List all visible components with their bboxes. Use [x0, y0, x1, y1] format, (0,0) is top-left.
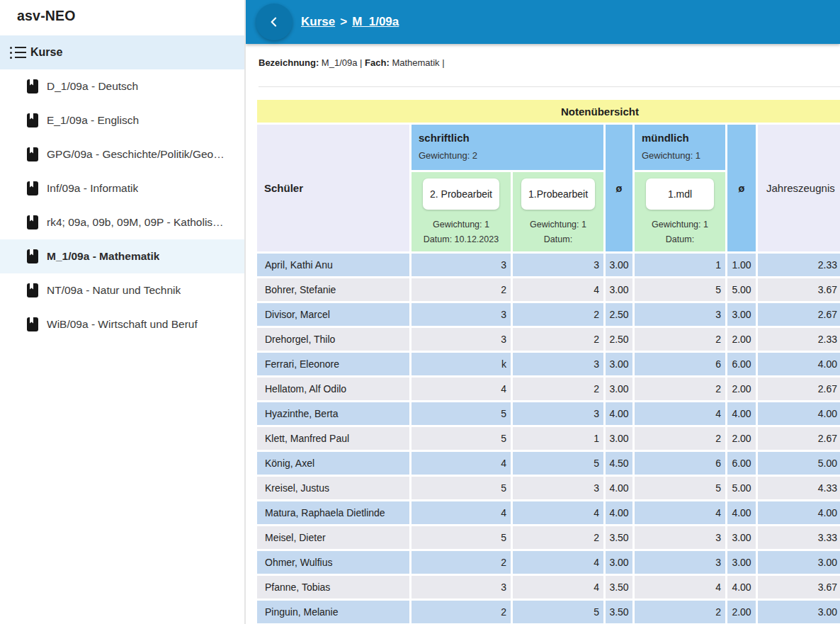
sidebar-course-item[interactable]: Inf/09a - Informatik: [0, 171, 244, 205]
jahreszeugnis-cell[interactable]: 3.33: [758, 526, 840, 549]
student-name-cell[interactable]: Klett, Manfred Paul: [257, 427, 409, 450]
grade-cell-pa2[interactable]: 3: [412, 576, 511, 599]
jahreszeugnis-cell[interactable]: 2.33: [758, 254, 840, 276]
grade-cell-pa1[interactable]: 3: [513, 254, 603, 276]
grade-cell-pa1[interactable]: 5: [513, 452, 603, 475]
sidebar-course-item[interactable]: NT/09a - Natur und Technik: [0, 273, 244, 307]
grade-cell-mdl[interactable]: 2: [635, 427, 725, 450]
grade-cell-pa1[interactable]: 2: [513, 303, 603, 326]
grade-cell-pa2[interactable]: k: [412, 353, 511, 375]
jahreszeugnis-cell[interactable]: 3.67: [758, 278, 840, 301]
grade-cell-pa2[interactable]: 5: [412, 477, 511, 499]
avg-muendlich-cell[interactable]: 4.00: [727, 501, 756, 524]
grade-cell-pa2[interactable]: 3: [412, 303, 511, 326]
jahreszeugnis-cell[interactable]: 5.00: [758, 452, 840, 475]
sidebar-course-item[interactable]: WiB/09a - Wirtschaft und Beruf: [0, 307, 244, 341]
avg-muendlich-cell[interactable]: 4.00: [727, 402, 756, 425]
grade-cell-pa1[interactable]: 4: [513, 501, 603, 524]
avg-muendlich-cell[interactable]: 5.00: [727, 477, 756, 499]
avg-schriftlich-cell[interactable]: 3.00: [606, 254, 632, 276]
sidebar-course-item[interactable]: rk4; 09a, 09b, 09M, 09P - Katholis…: [0, 205, 244, 239]
student-name-cell[interactable]: Pfanne, Tobias: [257, 576, 409, 599]
student-name-cell[interactable]: Meisel, Dieter: [257, 526, 409, 549]
student-name-cell[interactable]: Kreisel, Justus: [257, 477, 409, 499]
grade-cell-mdl[interactable]: 6: [635, 353, 725, 375]
grade-cell-pa2[interactable]: 2: [412, 278, 511, 301]
grade-cell-pa2[interactable]: 3: [412, 328, 511, 351]
grade-cell-pa1[interactable]: 4: [513, 551, 603, 574]
avg-schriftlich-cell[interactable]: 3.00: [606, 378, 632, 400]
grade-cell-pa2[interactable]: 5: [412, 526, 511, 549]
breadcrumb-kurse-link[interactable]: Kurse: [301, 15, 335, 29]
student-name-cell[interactable]: Ohmer, Wulfius: [257, 551, 409, 574]
grade-cell-pa1[interactable]: 5: [513, 601, 603, 623]
jahreszeugnis-cell[interactable]: 3.00: [758, 551, 840, 574]
avg-muendlich-cell[interactable]: 3.00: [727, 303, 756, 326]
avg-schriftlich-cell[interactable]: 3.00: [606, 551, 632, 574]
avg-schriftlich-cell[interactable]: 3.00: [606, 353, 632, 375]
jahreszeugnis-cell[interactable]: 4.00: [758, 353, 840, 375]
student-name-cell[interactable]: Drehorgel, Thilo: [257, 328, 409, 351]
sidebar-course-item[interactable]: GPG/09a - Geschichte/Politik/Geo…: [0, 137, 244, 171]
avg-muendlich-cell[interactable]: 5.00: [727, 278, 756, 301]
grade-cell-mdl[interactable]: 6: [635, 452, 725, 475]
grade-cell-pa1[interactable]: 3: [513, 477, 603, 499]
breadcrumb-current-link[interactable]: M_1/09a: [352, 15, 399, 29]
student-name-cell[interactable]: Ferrari, Eleonore: [257, 353, 409, 375]
student-name-cell[interactable]: Pinguin, Melanie: [257, 601, 409, 623]
avg-schriftlich-cell[interactable]: 3.50: [606, 601, 632, 623]
grade-cell-pa2[interactable]: 2: [412, 601, 511, 623]
grade-cell-mdl[interactable]: 2: [635, 328, 725, 351]
grade-cell-pa2[interactable]: 5: [412, 427, 511, 450]
grade-cell-pa2[interactable]: 2: [412, 551, 511, 574]
grade-cell-mdl[interactable]: 4: [635, 501, 725, 524]
jahreszeugnis-cell[interactable]: 2.67: [758, 427, 840, 450]
grade-cell-mdl[interactable]: 1: [635, 254, 725, 276]
avg-schriftlich-cell[interactable]: 4.00: [606, 477, 632, 499]
grade-cell-mdl[interactable]: 3: [635, 551, 725, 574]
jahreszeugnis-cell[interactable]: 3.67: [758, 576, 840, 599]
avg-muendlich-cell[interactable]: 4.00: [727, 576, 756, 599]
avg-schriftlich-cell[interactable]: 2.50: [606, 328, 632, 351]
grade-cell-pa2[interactable]: 3: [412, 254, 511, 276]
avg-muendlich-cell[interactable]: 3.00: [727, 551, 756, 574]
avg-muendlich-cell[interactable]: 2.00: [727, 601, 756, 623]
grade-cell-mdl[interactable]: 5: [635, 477, 725, 499]
student-name-cell[interactable]: Hyazinthe, Berta: [257, 402, 409, 425]
avg-schriftlich-cell[interactable]: 4.50: [606, 452, 632, 475]
grade-cell-pa2[interactable]: 4: [412, 501, 511, 524]
sidebar-section-kurse[interactable]: Kurse: [0, 35, 244, 69]
student-name-cell[interactable]: Divisor, Marcel: [257, 303, 409, 326]
avg-schriftlich-cell[interactable]: 4.00: [606, 501, 632, 524]
jahreszeugnis-cell[interactable]: 4.00: [758, 501, 840, 524]
grade-cell-mdl[interactable]: 4: [635, 576, 725, 599]
grade-cell-pa1[interactable]: 2: [513, 328, 603, 351]
avg-muendlich-cell[interactable]: 1.00: [727, 254, 756, 276]
avg-muendlich-cell[interactable]: 2.00: [727, 427, 756, 450]
grade-cell-pa1[interactable]: 3: [513, 402, 603, 425]
jahreszeugnis-cell[interactable]: 4.00: [758, 402, 840, 425]
avg-schriftlich-cell[interactable]: 3.00: [606, 427, 632, 450]
grade-cell-pa1[interactable]: 4: [513, 576, 603, 599]
jahreszeugnis-cell[interactable]: 3.00: [758, 601, 840, 623]
grade-cell-pa1[interactable]: 2: [513, 378, 603, 400]
student-name-cell[interactable]: April, Kathi Anu: [257, 254, 409, 276]
avg-muendlich-cell[interactable]: 3.00: [727, 526, 756, 549]
avg-muendlich-cell[interactable]: 2.00: [727, 328, 756, 351]
avg-schriftlich-cell[interactable]: 4.00: [606, 402, 632, 425]
jahreszeugnis-cell[interactable]: 2.33: [758, 328, 840, 351]
exam-name-button[interactable]: 1.Probearbeit: [521, 178, 595, 210]
exam-name-button[interactable]: 1.mdl: [646, 178, 714, 210]
jahreszeugnis-cell[interactable]: 2.67: [758, 303, 840, 326]
grade-cell-pa2[interactable]: 4: [412, 378, 511, 400]
avg-muendlich-cell[interactable]: 6.00: [727, 452, 756, 475]
avg-schriftlich-cell[interactable]: 3.50: [606, 576, 632, 599]
sidebar-course-item[interactable]: D_1/09a - Deutsch: [0, 69, 244, 103]
student-name-cell[interactable]: Bohrer, Stefanie: [257, 278, 409, 301]
grade-cell-mdl[interactable]: 2: [635, 601, 725, 623]
jahreszeugnis-cell[interactable]: 4.33: [758, 477, 840, 499]
avg-schriftlich-cell[interactable]: 2.50: [606, 303, 632, 326]
grade-cell-mdl[interactable]: 5: [635, 278, 725, 301]
grade-cell-mdl[interactable]: 2: [635, 378, 725, 400]
student-name-cell[interactable]: Matura, Raphaela Dietlinde: [257, 501, 409, 524]
